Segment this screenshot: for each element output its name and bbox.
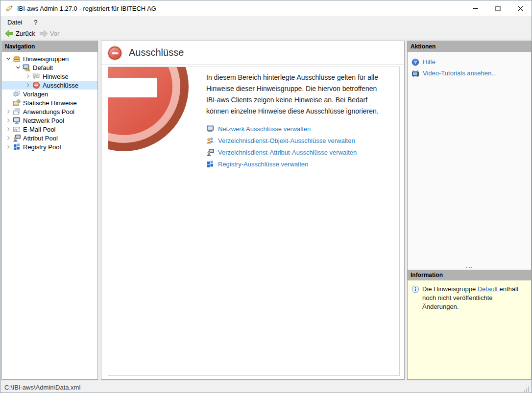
link-row: Registry-Ausschlüsse verwalten: [206, 158, 389, 170]
back-button[interactable]: Zurück: [4, 28, 38, 39]
actions-body: ? Hilfe Video-Tutorials ansehen...: [408, 52, 531, 266]
window-title: IBI-aws Admin 1.27.0 - registriert für I…: [17, 5, 156, 12]
panel-splitter-handle[interactable]: [408, 266, 531, 270]
default-group-link[interactable]: Default: [478, 285, 498, 293]
description-text: In diesem Bereich hinterlegte Ausschlüss…: [206, 72, 389, 117]
package-icon: [13, 55, 21, 63]
tree-item-label: Anwendungs Pool: [23, 108, 74, 116]
tree-item-vorlagen[interactable]: Vorlagen: [2, 90, 97, 98]
action-row: ? Hilfe: [408, 56, 531, 68]
page-title: Ausschlüsse: [129, 47, 184, 58]
forward-arrow-icon: [39, 29, 48, 38]
chevron-down-icon[interactable]: [14, 65, 23, 70]
data-file-path: C:\IBI-aws\Admin\Data.xml: [4, 384, 80, 391]
registry-grid-icon: [206, 160, 214, 168]
main-panel: Ausschlüsse In diesem Bereich hinterlegt…: [101, 41, 405, 380]
manage-directory-attribute-exclusions-link[interactable]: Verzeichnisdienst-Attribut-Ausschlüsse v…: [218, 149, 357, 156]
tree-item-label: Netzwerk Pool: [23, 117, 64, 124]
tree-item-label: Statische Hinweise: [23, 99, 77, 107]
tree-item-hinweise[interactable]: Hinweise: [2, 72, 97, 81]
manage-network-exclusions-link[interactable]: Netzwerk Ausschlüsse verwalten: [218, 125, 311, 133]
chevron-right-icon[interactable]: [24, 74, 32, 79]
information-header: Information: [408, 270, 531, 280]
directory-users-icon: [206, 137, 214, 144]
prohibition-icon: [32, 81, 40, 89]
tree-item-attribut-pool[interactable]: Attribut Pool: [2, 134, 97, 142]
resize-grip[interactable]: [524, 386, 530, 392]
menu-bar: Datei ?: [0, 16, 532, 28]
tree-item-label: Hinweisgruppen: [23, 55, 69, 63]
ausschluesse-content-box: In diesem Bereich hinterlegte Ausschlüss…: [108, 67, 400, 376]
minimize-button[interactable]: [464, 0, 486, 16]
chevron-right-icon[interactable]: [4, 144, 13, 149]
status-bar: C:\IBI-aws\Admin\Data.xml: [0, 381, 532, 393]
registry-grid-icon: [13, 143, 21, 151]
chevron-right-icon[interactable]: [24, 83, 32, 88]
person-monitor-icon: [13, 134, 21, 142]
manage-links: Netzwerk Ausschlüsse verwalten Verzeichn…: [206, 123, 389, 170]
tv-icon: [411, 69, 419, 77]
navigation-tree: Hinweisgruppen Default Hinweise: [2, 52, 97, 379]
back-button-label: Zurück: [16, 30, 35, 37]
tree-item-label: Attribut Pool: [23, 135, 58, 142]
menu-help[interactable]: ?: [29, 16, 42, 28]
link-row: Verzeichnisdienst-Objekt-Ausschlüsse ver…: [206, 135, 389, 146]
chevron-right-icon[interactable]: [4, 136, 13, 140]
navigation-header: Navigation: [2, 41, 97, 52]
close-button[interactable]: [509, 0, 532, 16]
link-row: Verzeichnisdienst-Attribut-Ausschlüsse v…: [206, 146, 389, 158]
tree-item-label: E-Mail Pool: [23, 126, 55, 133]
chevron-right-icon[interactable]: [4, 118, 13, 123]
tree-item-label: Default: [33, 64, 53, 71]
app-window: IBI-aws Admin 1.27.0 - registriert für I…: [0, 0, 532, 393]
menu-datei[interactable]: Datei: [7, 16, 29, 28]
main-body: In diesem Bereich hinterlegte Ausschlüss…: [101, 65, 404, 379]
video-tutorials-link[interactable]: Video-Tutorials ansehen...: [423, 69, 497, 77]
manage-registry-exclusions-link[interactable]: Registry-Ausschlüsse verwalten: [218, 161, 308, 168]
network-monitor-icon: [13, 116, 21, 124]
forward-button[interactable]: Vor: [38, 28, 63, 39]
tree-item-label: Vorlagen: [23, 91, 48, 98]
applications-icon: [13, 108, 21, 116]
information-body: Die Hinweisgruppe Default enthält noch n…: [408, 280, 531, 379]
maximize-button[interactable]: [486, 0, 509, 16]
title-bar: IBI-aws Admin 1.27.0 - registriert für I…: [0, 0, 532, 16]
actions-header: Aktionen: [408, 41, 531, 52]
content-region: Navigation Hinweisgruppen Default: [0, 39, 532, 381]
speech-bubble-icon: [32, 72, 40, 80]
tree-item-netzwerk-pool[interactable]: Netzwerk Pool: [2, 116, 97, 125]
chevron-right-icon[interactable]: [4, 109, 13, 114]
action-row: Video-Tutorials ansehen...: [408, 68, 531, 79]
help-link[interactable]: Hilfe: [423, 58, 435, 66]
monitor-warning-icon: [23, 64, 30, 71]
tree-item-hinweisgruppen[interactable]: Hinweisgruppen: [2, 54, 97, 63]
manage-directory-object-exclusions-link[interactable]: Verzeichnisdienst-Objekt-Ausschlüsse ver…: [218, 137, 355, 144]
toolbar: Zurück Vor: [0, 28, 532, 39]
chevron-down-icon[interactable]: [4, 56, 13, 61]
tree-item-registry-pool[interactable]: Registry Pool: [2, 142, 97, 151]
back-arrow-icon: [5, 29, 14, 38]
tree-item-email-pool[interactable]: E-Mail Pool: [2, 125, 97, 134]
tree-item-anwendungs-pool[interactable]: Anwendungs Pool: [2, 107, 97, 116]
prohibition-icon: [108, 46, 121, 60]
information-message: Die Hinweisgruppe Default enthält noch n…: [422, 285, 527, 379]
tree-item-statische-hinweise[interactable]: Statische Hinweise: [2, 98, 97, 107]
tree-item-ausschluesse[interactable]: Ausschlüsse: [2, 81, 97, 90]
tree-item-label: Hinweise: [43, 73, 69, 80]
right-sidebar: Aktionen ? Hilfe Video-Tutorials ansehen…: [407, 41, 532, 380]
chevron-right-icon[interactable]: [4, 127, 13, 132]
forward-button-label: Vor: [50, 30, 60, 37]
templates-icon: [13, 90, 21, 98]
network-monitor-icon: [206, 125, 214, 133]
tree-item-label: Ausschlüsse: [43, 82, 78, 89]
email-icon: [13, 125, 21, 133]
person-monitor-icon: [206, 148, 214, 156]
static-note-icon: [13, 99, 21, 107]
help-icon: ?: [411, 58, 419, 66]
navigation-panel: Navigation Hinweisgruppen Default: [1, 41, 98, 380]
svg-text:?: ?: [414, 59, 417, 65]
tree-item-default[interactable]: Default: [2, 63, 97, 72]
tree-item-label: Registry Pool: [23, 143, 61, 151]
info-icon: [411, 285, 419, 379]
main-header: Ausschlüsse: [101, 41, 404, 65]
